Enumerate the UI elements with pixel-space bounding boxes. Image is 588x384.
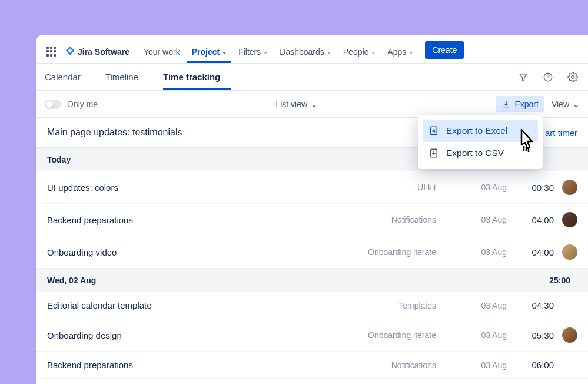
nav-filters[interactable]: Filters⌄ <box>234 40 273 63</box>
excel-icon <box>428 125 439 136</box>
entry-avatar-cell <box>554 244 577 260</box>
svg-point-1 <box>572 75 574 78</box>
list-view-selector[interactable]: List view ⌄ <box>275 100 318 109</box>
top-nav: Jira Software Your work Project⌄ Filters… <box>36 35 588 64</box>
chevron-down-icon: ⌄ <box>311 100 318 109</box>
time-entry-row[interactable]: Backend preparationsNotifications03 Aug0… <box>36 204 588 236</box>
tab-calendar[interactable]: Calendar <box>45 65 91 90</box>
time-entry-row[interactable]: Onboarding videoOnboarding iterate03 Aug… <box>36 236 588 269</box>
avatar[interactable] <box>562 180 577 195</box>
avatar[interactable] <box>562 327 577 343</box>
sub-tabs: Calendar Timeline Time tracking <box>36 64 588 91</box>
start-timer-button[interactable]: art timer <box>545 128 577 138</box>
tab-timeline[interactable]: Timeline <box>105 65 149 90</box>
entry-category: Onboarding iterate <box>275 247 460 257</box>
entry-duration: 04:00 <box>507 215 554 225</box>
filter-icon[interactable] <box>516 70 530 84</box>
section-header-wed: Wed, 02 Aug 25:00 <box>36 269 588 292</box>
toolbar: Only me List view ⌄ Export View ⌄ <box>36 91 588 118</box>
time-entry-row[interactable]: Onboarding designOnboarding iterate03 Au… <box>36 319 588 352</box>
nav-dashboards[interactable]: Dashboards⌄ <box>275 40 336 63</box>
entry-date: 03 Aug <box>460 183 507 192</box>
app-launcher-icon[interactable] <box>45 45 59 59</box>
avatar[interactable] <box>562 212 577 227</box>
chevron-down-icon: ⌄ <box>408 48 413 55</box>
chevron-down-icon: ⌄ <box>327 48 331 55</box>
entry-date: 03 Aug <box>460 215 507 224</box>
entry-date: 03 Aug <box>460 360 507 370</box>
settings-icon[interactable] <box>566 70 580 84</box>
entry-duration: 04:30 <box>507 300 554 310</box>
time-entry-row[interactable]: Editorial calendar templateTemplates03 A… <box>36 292 588 319</box>
tab-time-tracking[interactable]: Time tracking <box>163 65 231 90</box>
section-label: Wed, 02 Aug <box>47 276 96 285</box>
nav-items: Your work Project⌄ Filters⌄ Dashboards⌄ … <box>139 40 418 63</box>
chevron-down-icon: ⌄ <box>263 48 268 55</box>
csv-icon <box>428 148 439 158</box>
section-label: Today <box>47 155 71 164</box>
chevron-down-icon: ⌄ <box>371 48 376 55</box>
entry-avatar-cell <box>554 327 577 343</box>
only-me-toggle[interactable] <box>45 100 61 109</box>
entry-title: Backend preparations <box>47 360 275 370</box>
entry-duration: 04:00 <box>507 247 554 257</box>
entry-category: Notifications <box>275 215 460 224</box>
section-total: 25:00 <box>549 276 570 285</box>
entry-category: Onboarding iterate <box>275 330 460 340</box>
entry-title: Editorial calendar template <box>47 300 275 310</box>
entry-duration: 05:30 <box>507 330 554 340</box>
nav-your-work[interactable]: Your work <box>139 40 185 63</box>
nav-project[interactable]: Project⌄ <box>187 40 231 63</box>
entry-category: UI kit <box>275 183 460 192</box>
avatar[interactable] <box>562 244 577 260</box>
jira-logo[interactable]: Jira Software <box>65 45 129 58</box>
entry-date: 03 Aug <box>460 247 507 257</box>
entry-title: Onboarding video <box>47 247 275 257</box>
entry-date: 03 Aug <box>460 330 507 340</box>
download-icon <box>501 100 511 109</box>
help-icon[interactable] <box>541 70 555 84</box>
entry-title: Onboarding design <box>47 330 275 340</box>
export-menu: Export to Excel Export to CSV <box>418 115 543 169</box>
entry-category: Templates <box>275 301 460 310</box>
entry-duration: 00:30 <box>507 183 554 193</box>
create-button[interactable]: Create <box>425 41 464 59</box>
nav-apps[interactable]: Apps⌄ <box>383 40 418 63</box>
export-button[interactable]: Export <box>496 96 544 112</box>
time-entry-row[interactable]: Backend preparationsNotifications03 Aug0… <box>36 352 588 379</box>
entry-duration: 06:00 <box>507 360 554 370</box>
view-selector[interactable]: View ⌄ <box>552 100 580 109</box>
entry-avatar-cell <box>554 180 577 195</box>
jira-logo-icon <box>65 45 75 58</box>
time-entry-row[interactable]: UI updates: colorsUI kit03 Aug00:30 <box>36 171 588 204</box>
export-excel-item[interactable]: Export to Excel <box>423 120 538 142</box>
chevron-down-icon: ⌄ <box>222 48 227 55</box>
chevron-down-icon: ⌄ <box>573 100 580 109</box>
main-task-title: Main page updates: testimonials <box>47 127 436 138</box>
entry-category: Notifications <box>275 360 460 370</box>
entry-title: UI updates: colors <box>47 183 275 193</box>
app-window: Jira Software Your work Project⌄ Filters… <box>36 35 588 384</box>
export-csv-item[interactable]: Export to CSV <box>423 142 538 164</box>
entry-title: Backend preparations <box>47 215 275 225</box>
entry-avatar-cell <box>554 212 577 227</box>
brand-text: Jira Software <box>78 47 129 57</box>
nav-people[interactable]: People⌄ <box>338 40 381 63</box>
only-me-label: Only me <box>67 100 98 109</box>
entry-date: 03 Aug <box>460 301 507 310</box>
